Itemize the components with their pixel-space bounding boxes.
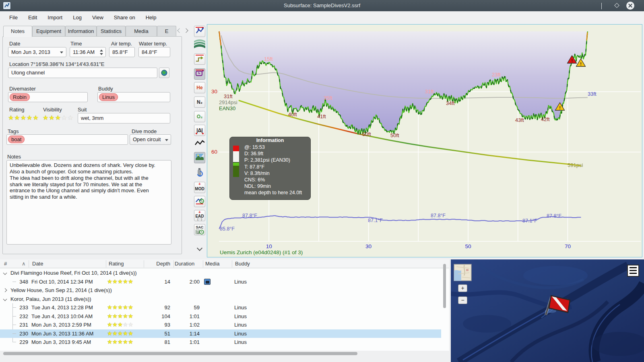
map-zoom-out-button[interactable]: −	[458, 296, 467, 304]
toolbar-o2-graph-button[interactable]: O₂	[194, 111, 205, 122]
sort-ascending-icon[interactable]: ∧	[22, 259, 26, 268]
menu-help[interactable]: Help	[140, 14, 162, 21]
dive-number: 229	[16, 338, 28, 347]
maximize-button[interactable]	[614, 3, 620, 9]
scrollbar-thumb[interactable]	[3, 352, 357, 355]
dive-duration: 1:14	[173, 329, 200, 338]
col-number[interactable]: #	[4, 259, 7, 268]
toolbar-tank-bar-button[interactable]	[194, 167, 205, 179]
suit-input[interactable]: wet, 3mm	[78, 113, 170, 123]
dive-number: 230	[16, 329, 28, 338]
time-value: 11:36 AM	[73, 49, 95, 55]
svg-text:70: 70	[565, 243, 571, 249]
toolbar-n2-graph-button[interactable]: N₂	[194, 97, 205, 108]
dive-site-map[interactable]: + −	[451, 259, 644, 362]
col-depth[interactable]: Depth	[144, 259, 170, 268]
svg-text:87.1°F: 87.1°F	[522, 218, 537, 224]
tab-information[interactable]: Information	[65, 26, 97, 37]
tab-notes[interactable]: Notes	[3, 26, 32, 37]
menu-import[interactable]: Import	[42, 14, 68, 21]
tab-extra-info[interactable]: E	[157, 26, 176, 37]
svg-text:87.8°F: 87.8°F	[242, 213, 257, 218]
svg-text:591psi: 591psi	[568, 162, 583, 168]
trip-row[interactable]: Divi Flamingo House Reef, Fri Oct 10, 20…	[0, 269, 441, 278]
visibility-stars[interactable]: ★★★★★	[43, 114, 74, 121]
map-zoom-in-button[interactable]: +	[458, 284, 467, 292]
dive-mode-select[interactable]: Open circuit	[130, 134, 171, 145]
vertical-scrollbar[interactable]	[443, 261, 446, 348]
map-overview-thumbnail[interactable]	[454, 264, 471, 281]
dive-row[interactable]: 348 Fri Oct 10, 2014 12:34 PM ★★★★★ 14 2…	[0, 278, 441, 286]
map-canvas	[451, 259, 644, 362]
notes-textarea[interactable]: Unbelievable dive. Dozens and dozens of …	[6, 160, 171, 245]
menu-log[interactable]: Log	[68, 14, 87, 21]
menu-file[interactable]: File	[4, 14, 23, 21]
expand-icon[interactable]	[3, 297, 7, 301]
divemaster-input[interactable]: Robin	[8, 92, 88, 102]
dive-list-header[interactable]: # ∧ Date Rating Depth Duration Media Bud…	[0, 259, 449, 268]
delta-icon: |Δ|	[196, 128, 202, 133]
close-button[interactable]	[626, 2, 634, 10]
toolbar-mod-button[interactable]: +MOD	[194, 182, 205, 193]
divemaster-tag[interactable]: Robin	[10, 93, 30, 101]
spin-up-icon[interactable]	[100, 49, 103, 51]
toolbar-toggle-time-info-button[interactable]	[194, 68, 205, 80]
air-temp-field[interactable]: 85.8°F	[109, 47, 135, 57]
horizontal-scrollbar[interactable]	[0, 351, 449, 356]
water-temp-field[interactable]: 84.8°F	[138, 47, 170, 57]
toolbar-ndl-button[interactable]	[194, 196, 205, 207]
tab-scroll-right-icon[interactable]	[184, 28, 188, 33]
location-input[interactable]: Ulong channel	[8, 68, 157, 78]
location-globe-button[interactable]	[159, 68, 169, 78]
svg-text:87.8°F: 87.8°F	[547, 213, 561, 219]
col-duration[interactable]: Duration	[175, 259, 194, 268]
dive-row-selected[interactable]: 230 Mon Jun 3, 2013 11:36 AM ★★★★★ 51 1:…	[0, 329, 441, 338]
toolbar-sac-button[interactable]: SAC	[194, 224, 205, 235]
buddy-input[interactable]: Linus	[97, 92, 170, 102]
dive-row[interactable]: 233 Tue Jun 4, 2013 12:28 PM ★★★★★ 92 59…	[0, 303, 441, 312]
collapse-icon[interactable]	[3, 288, 7, 292]
menu-view[interactable]: View	[87, 14, 109, 21]
toolbar-dc-ceiling-button[interactable]	[194, 26, 205, 37]
chevron-down-icon	[197, 245, 202, 251]
dive-duration: 1:01	[173, 312, 200, 321]
tags-input[interactable]: boat	[6, 134, 128, 145]
col-rating[interactable]: Rating	[109, 259, 124, 268]
tab-media[interactable]: Media	[126, 26, 157, 37]
buddy-tag[interactable]: Linus	[99, 93, 118, 101]
title-bar: Subsurface: SampleDivesV2.ssrf	[0, 0, 644, 11]
dive-row[interactable]: 232 Tue Jun 4, 2013 10:04 AM ★★★★★ 104 1…	[0, 312, 441, 321]
col-media[interactable]: Media	[205, 259, 219, 268]
menu-share-on[interactable]: Share on	[109, 14, 140, 21]
minimize-button[interactable]	[601, 3, 607, 9]
splitter[interactable]	[449, 259, 451, 362]
tag-boat[interactable]: boat	[8, 136, 25, 143]
toolbar-heart-rate-button[interactable]	[194, 138, 205, 150]
toolbar-show-photos-button[interactable]	[194, 152, 205, 163]
tab-equipment[interactable]: Equipment	[32, 26, 65, 37]
toolbar-ead-button[interactable]: +EAD (···)	[194, 210, 205, 221]
trip-title: Divi Flamingo House Reef, Fri Oct 10, 20…	[10, 269, 137, 278]
toolbar-setpoint-button[interactable]	[194, 53, 205, 65]
trip-row[interactable]: Koror, Palau, Jun 2013 (11 dive(s))	[0, 295, 441, 304]
dive-row[interactable]: 229 Mon Jun 3, 2013 9:45 AM ★★★★★ 81 1:0…	[0, 338, 441, 347]
toolbar-calculated-ceiling-button[interactable]	[194, 39, 205, 50]
menu-edit[interactable]: Edit	[23, 14, 42, 21]
toolbar-collapse-button[interactable]	[194, 245, 205, 253]
media-photo-icon[interactable]	[204, 279, 211, 285]
tab-statistics[interactable]: Statistics	[97, 26, 126, 37]
tab-scroll-left-icon[interactable]	[177, 28, 182, 33]
toolbar-he-graph-button[interactable]: He	[194, 82, 205, 93]
trip-row[interactable]: Yellow House, Sun Sep 21, 2014 (1 dive(s…	[0, 286, 441, 295]
toolbar-ruler-button[interactable]: |Δ|	[194, 125, 205, 136]
spin-down-icon[interactable]	[100, 53, 103, 55]
scrollbar-thumb[interactable]	[443, 264, 446, 308]
date-combobox[interactable]: Mon Jun 3, 2013	[8, 47, 66, 57]
rating-stars[interactable]: ★★★★★	[8, 114, 39, 121]
dive-row[interactable]: 231 Mon Jun 3, 2013 2:59 PM ★★★★★ 93 1:0…	[0, 321, 441, 329]
map-menu-button[interactable]	[627, 265, 639, 277]
expand-icon[interactable]	[3, 271, 7, 275]
col-buddy[interactable]: Buddy	[235, 259, 250, 268]
time-spinner[interactable]: 11:36 AM	[70, 47, 106, 57]
col-date[interactable]: Date	[32, 259, 43, 268]
